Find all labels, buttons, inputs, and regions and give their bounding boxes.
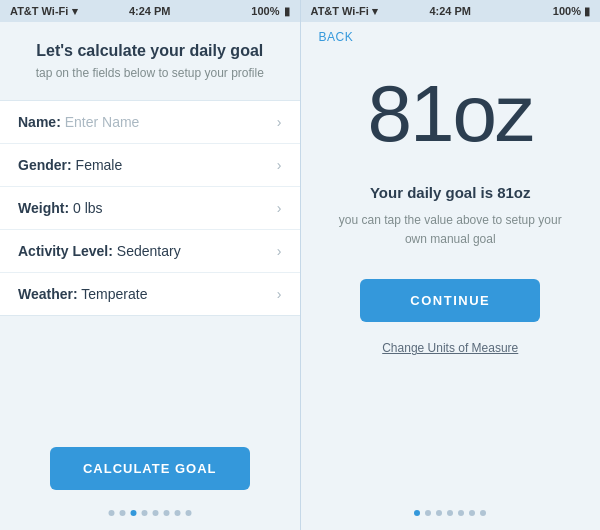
- status-right-group-right: 100% ▮: [553, 5, 590, 18]
- continue-button[interactable]: CONTINUE: [360, 279, 540, 322]
- field-name-value: Enter Name: [65, 114, 140, 130]
- field-weather-value: Temperate: [81, 286, 147, 302]
- time-right: 4:24 PM: [429, 5, 471, 17]
- battery-icon-left: ▮: [284, 5, 290, 18]
- pagination-dots-left: [108, 510, 191, 516]
- chevron-name: ›: [277, 114, 282, 130]
- field-activity-label: Activity Level: Sedentary: [18, 243, 181, 259]
- calculate-button[interactable]: CALCULATE GOAL: [50, 447, 250, 490]
- dot-5: [163, 510, 169, 516]
- dot-3: [141, 510, 147, 516]
- right-panel: AT&T Wi-Fi ▾ 4:24 PM 100% ▮ BACK 81oz Yo…: [301, 0, 601, 530]
- field-weather[interactable]: Weather: Temperate ›: [0, 273, 300, 315]
- status-left-group-right: AT&T Wi-Fi ▾: [311, 5, 378, 18]
- carrier-right: AT&T Wi-Fi: [311, 5, 369, 17]
- dot-1: [119, 510, 125, 516]
- carrier-left: AT&T Wi-Fi: [10, 5, 68, 17]
- time-left: 4:24 PM: [129, 5, 171, 17]
- status-left-group: AT&T Wi-Fi ▾: [10, 5, 78, 18]
- chevron-activity: ›: [277, 243, 282, 259]
- goal-subtext: you can tap the value above to setup you…: [301, 211, 601, 249]
- dot-0: [108, 510, 114, 516]
- field-weight[interactable]: Weight: 0 lbs ›: [0, 187, 300, 230]
- field-gender-value: Female: [76, 157, 123, 173]
- left-panel: AT&T Wi-Fi ▾ 4:24 PM 100% ▮ Let's calcul…: [0, 0, 300, 530]
- calculate-button-area: CALCULATE GOAL: [50, 447, 250, 490]
- status-bar-left: AT&T Wi-Fi ▾ 4:24 PM 100% ▮: [0, 0, 300, 22]
- status-right-group-left: 100% ▮: [251, 5, 289, 18]
- wifi-icon-right: ▾: [372, 5, 378, 17]
- right-dot-1: [425, 510, 431, 516]
- left-header: Let's calculate your daily goal tap on t…: [0, 22, 300, 90]
- fields-list: Name: Enter Name › Gender: Female › Weig…: [0, 100, 300, 316]
- right-dot-6: [480, 510, 486, 516]
- field-gender-label: Gender: Female: [18, 157, 122, 173]
- right-dot-0: [414, 510, 420, 516]
- change-units-link[interactable]: Change Units of Measure: [382, 341, 518, 355]
- change-units-area: Change Units of Measure: [301, 338, 601, 356]
- wifi-icon-left: ▾: [72, 5, 78, 18]
- left-title: Let's calculate your daily goal: [20, 42, 280, 60]
- dot-7: [185, 510, 191, 516]
- right-dot-4: [458, 510, 464, 516]
- goal-amount[interactable]: 81oz: [301, 74, 601, 154]
- dot-4: [152, 510, 158, 516]
- left-subtitle: tap on the fields below to setup your pr…: [20, 66, 280, 80]
- field-gender[interactable]: Gender: Female ›: [0, 144, 300, 187]
- field-weight-label: Weight: 0 lbs: [18, 200, 103, 216]
- battery-right: 100%: [553, 5, 581, 17]
- field-name[interactable]: Name: Enter Name ›: [0, 101, 300, 144]
- chevron-weather: ›: [277, 286, 282, 302]
- dot-6: [174, 510, 180, 516]
- battery-icon-right: ▮: [584, 5, 590, 17]
- battery-left: 100%: [251, 5, 279, 17]
- right-dot-2: [436, 510, 442, 516]
- chevron-weight: ›: [277, 200, 282, 216]
- status-bar-right: AT&T Wi-Fi ▾ 4:24 PM 100% ▮: [301, 0, 601, 22]
- goal-text: Your daily goal is 81oz: [301, 184, 601, 201]
- pagination-dots-right: [414, 510, 486, 516]
- field-activity[interactable]: Activity Level: Sedentary ›: [0, 230, 300, 273]
- right-dot-5: [469, 510, 475, 516]
- field-weather-label: Weather: Temperate: [18, 286, 147, 302]
- chevron-gender: ›: [277, 157, 282, 173]
- field-activity-value: Sedentary: [117, 243, 181, 259]
- field-name-label: Name: Enter Name: [18, 114, 139, 130]
- continue-button-area: CONTINUE: [301, 279, 601, 322]
- dot-2: [130, 510, 136, 516]
- back-link[interactable]: BACK: [301, 22, 601, 44]
- field-weight-value: 0 lbs: [73, 200, 103, 216]
- right-dot-3: [447, 510, 453, 516]
